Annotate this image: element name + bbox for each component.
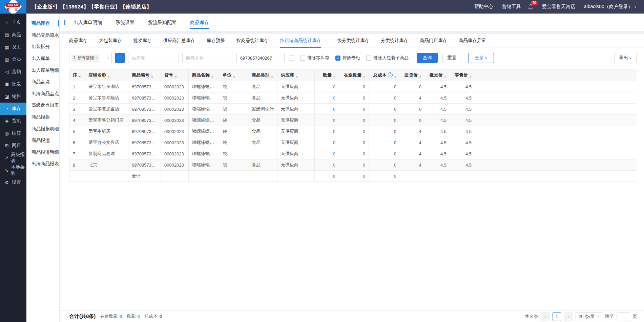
sidebar-item[interactable]: ▤ 商品: [0, 28, 26, 41]
report-subtab[interactable]: 大包装库存: [99, 34, 122, 47]
current-store-name[interactable]: 爱宝零售天河店: [542, 4, 575, 10]
report-subtab[interactable]: 批次库存: [133, 34, 152, 47]
column-header[interactable]: 在途数量: [339, 69, 369, 81]
marketing-tools-link[interactable]: 营销工具: [502, 4, 521, 10]
next-page-button[interactable]: ›: [564, 312, 573, 321]
category-input[interactable]: [182, 53, 233, 63]
store-select-more-button[interactable]: ⋯: [115, 53, 125, 63]
sort-icon[interactable]: [175, 76, 177, 79]
account-menu[interactable]: aibaols00（商户登录） ∨: [584, 4, 637, 10]
sidebar-item[interactable]: ◁ 营销: [0, 66, 26, 78]
sort-icon[interactable]: [271, 76, 273, 79]
report-subtab[interactable]: 商品库存异常: [459, 34, 486, 47]
store-select[interactable]: 1. 所有店铺 × ∨: [69, 53, 112, 63]
prev-page-button[interactable]: ‹: [541, 312, 550, 321]
filter-checkbox[interactable]: 排除零库存: [300, 55, 329, 61]
sort-icon[interactable]: [419, 76, 421, 79]
page-tab[interactable]: 货流采购配置: [148, 14, 176, 31]
report-subtab[interactable]: 一级分类统计库存: [333, 34, 369, 47]
report-subtab[interactable]: 按店铺商品统计库存: [280, 34, 321, 47]
sidebar-item[interactable]: ◈ 货流: [0, 115, 26, 127]
search-button[interactable]: 查询: [417, 53, 438, 63]
quantity-link[interactable]: 0: [315, 92, 339, 104]
sort-icon[interactable]: [470, 76, 472, 79]
sidebar-item[interactable]: ▥ 会员: [0, 53, 26, 65]
page-tab[interactable]: 商品库存: [190, 14, 209, 31]
column-header[interactable]: 进货价: [400, 69, 425, 81]
quantity-link[interactable]: 0: [315, 137, 339, 148]
filter-checkbox[interactable]: 排除专柜: [335, 55, 360, 61]
column-header[interactable]: 商品名称: [189, 69, 219, 81]
secondary-sidebar-item[interactable]: 商品库存: [26, 18, 59, 29]
secondary-sidebar-item[interactable]: 商品盘点: [26, 76, 59, 88]
filter-checkbox[interactable]: 排除大包装子商品: [366, 55, 409, 61]
barcode-input[interactable]: [236, 53, 285, 63]
page-tab[interactable]: 出入库单明细: [74, 14, 102, 31]
column-header[interactable]: 店铺名称: [85, 69, 128, 81]
supplier-input[interactable]: [128, 53, 179, 63]
sort-icon[interactable]: [296, 76, 298, 79]
report-subtab[interactable]: 分类统计库存: [381, 34, 408, 47]
sidebar-item[interactable]: ⚙ 设置: [0, 176, 26, 189]
quantity-link[interactable]: 0: [315, 115, 339, 126]
sort-icon[interactable]: [333, 76, 335, 79]
exact-match-checkbox[interactable]: [289, 55, 294, 61]
sort-icon[interactable]: [394, 76, 396, 79]
sidebar-item[interactable]: ◔ 库存: [0, 103, 26, 115]
reset-button[interactable]: 重置: [442, 53, 461, 63]
report-subtab[interactable]: 供应商汇总库存: [163, 34, 195, 47]
secondary-sidebar-item[interactable]: 出入库单明细: [26, 64, 59, 76]
quantity-link[interactable]: 0: [315, 81, 339, 92]
sort-icon[interactable]: [108, 76, 110, 79]
sidebar-item[interactable]: ◎ 结算: [0, 127, 26, 139]
sidebar-item[interactable]: ▦ 员工: [0, 41, 26, 53]
quantity-link[interactable]: 0: [315, 104, 339, 115]
column-header[interactable]: 零售价: [450, 69, 475, 81]
report-subtab[interactable]: 商品门店库存: [420, 34, 447, 47]
current-page-button[interactable]: 1: [553, 312, 561, 321]
column-header[interactable]: 货号: [161, 69, 189, 81]
secondary-sidebar-item[interactable]: 高级盘点报表: [26, 100, 59, 111]
help-center-link[interactable]: 帮助中心: [474, 4, 493, 10]
quantity-link[interactable]: 0: [315, 159, 339, 171]
help-icon[interactable]: ?: [388, 72, 393, 77]
sidebar-item[interactable]: ⊞ 网店: [0, 139, 26, 152]
secondary-sidebar-item[interactable]: 出清商品报表: [26, 158, 59, 170]
column-header[interactable]: 总成本?: [369, 69, 400, 81]
app-logo[interactable]: AIBAO 爱 宝: [0, 0, 26, 14]
sidebar-item[interactable]: ⌂ 主页: [0, 16, 26, 28]
sidebar-item[interactable]: ↗ 高级报表: [0, 152, 26, 164]
column-header[interactable]: 商品编号: [128, 69, 161, 81]
column-header[interactable]: 供应商: [277, 69, 315, 81]
page-tab[interactable]: 系统设置: [116, 14, 134, 31]
secondary-sidebar-item[interactable]: 出清商品盘点: [26, 88, 59, 100]
sort-icon[interactable]: [211, 76, 213, 79]
column-header[interactable]: 单位: [219, 69, 248, 81]
report-subtab[interactable]: 商品库存: [69, 34, 87, 47]
secondary-sidebar-item[interactable]: 商品报溢明细: [26, 147, 59, 158]
column-header[interactable]: 商品类别: [248, 69, 277, 81]
secondary-sidebar-item[interactable]: 商品报损: [26, 111, 59, 123]
report-subtab[interactable]: 按商品统计库存: [236, 34, 269, 47]
sidebar-item[interactable]: ▣ 批发: [0, 78, 26, 90]
column-header[interactable]: 数量: [315, 69, 339, 81]
secondary-sidebar-item[interactable]: 商品报损明细: [26, 123, 59, 135]
quantity-link[interactable]: 0: [315, 126, 339, 137]
report-subtab[interactable]: 库存预警: [207, 34, 225, 47]
sidebar-item[interactable]: ↘ 本地采购: [0, 164, 26, 176]
secondary-sidebar-item[interactable]: 组装拆分: [26, 41, 59, 53]
sidebar-item[interactable]: ◪ 销售: [0, 90, 26, 102]
remove-tag-icon[interactable]: ×: [95, 56, 97, 60]
more-filters-button[interactable]: 更多∨: [468, 53, 494, 63]
secondary-sidebar-item[interactable]: 商品报溢: [26, 135, 59, 147]
sort-icon[interactable]: [444, 76, 446, 79]
page-size-select[interactable]: 20 条/页 ∨: [576, 312, 602, 321]
sort-icon[interactable]: [233, 76, 235, 79]
quantity-link[interactable]: 0: [315, 148, 339, 159]
sort-icon[interactable]: [151, 76, 153, 79]
column-header[interactable]: 批发价: [425, 69, 450, 81]
notification-button[interactable]: 70: [528, 4, 533, 10]
secondary-sidebar-item[interactable]: 出入库单: [26, 53, 59, 65]
export-button[interactable]: 导出∨: [614, 53, 637, 63]
jump-page-input[interactable]: [617, 312, 630, 321]
